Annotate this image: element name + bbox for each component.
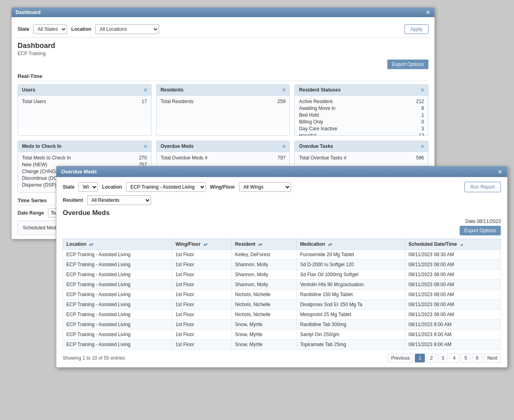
overdue-meds-table: Location ▴▾ Wing/Floor ▴▾ Resident ▴▾ Me… [63,239,501,350]
overdue-meds-header: Overdue Meds ≡ [157,141,290,152]
cell-resident: Nichols, Nichelle [232,300,297,310]
cell-wing: 1st Floor [172,280,232,290]
modal-location-label: Location [102,184,122,190]
resident-statuses-card: Resident Statuses ≡ Active Resident212 A… [295,84,428,136]
col-location[interactable]: Location ▴▾ [63,239,172,250]
cell-medication: Topiramate Tab 25mg [297,340,405,350]
page-1-button[interactable]: 1 [415,354,425,362]
overdue-tasks-header: Overdue Tasks ≡ [295,141,428,152]
page-5-button[interactable]: 5 [461,354,471,362]
meds-check-in-filter-icon[interactable]: ≡ [144,143,147,149]
cell-wing: 1st Floor [172,310,232,320]
residents-card-title: Residents [161,87,183,93]
apply-button[interactable]: Apply [404,24,428,34]
modal-filter-bar-2: Resident All Residents [63,195,501,205]
state-select[interactable]: All States [33,24,67,34]
cell-medication: Divalproex Sod Er 250 Mg Ta [297,300,405,310]
resident-statuses-card-body: Active Resident212 Awaiting Move In8 Bed… [295,96,428,135]
overdue-meds-filter-icon[interactable]: ≡ [282,143,285,149]
page-3-button[interactable]: 3 [438,354,448,362]
cell-resident: Nichols, Nichelle [232,310,297,320]
resident-statuses-card-header: Resident Statuses ≡ [295,85,428,96]
pagination-row: Showing 1 to 10 of 55 entries Previous 1… [63,354,501,362]
cell-medication: Santyl Oin 250/gm [297,330,405,340]
previous-page-button[interactable]: Previous [388,354,414,362]
table-row: ECP Training - Assisted Living1st FloorN… [63,290,501,300]
users-card-body: Total Users 17 [18,96,151,127]
total-users-row: Total Users 17 [22,99,147,104]
cell-resident: Kelley, DeForest [232,250,297,260]
modal-wing-select[interactable]: All Wings [239,182,291,192]
medication-sort-icon: ▴▾ [328,242,332,247]
modal-title: Overdue Meds [61,169,97,175]
modal-export-button[interactable]: Export Options [460,226,501,235]
cell-location: ECP Training - Assisted Living [63,300,172,310]
date-range-label: Date Range [18,210,44,216]
overdue-tasks-filter-icon[interactable]: ≡ [421,143,424,149]
modal-close-button[interactable]: ✕ [498,169,502,175]
modal-location-select[interactable]: ECP Training - Assisted Living [126,182,206,192]
residents-filter-icon[interactable]: ≡ [282,87,285,93]
resident-statuses-filter-icon[interactable]: ≡ [421,87,424,93]
modal-resident-select[interactable]: All Residents [87,195,151,205]
page-4-button[interactable]: 4 [449,354,459,362]
cell-resident: Snow, Myrtle [232,340,297,350]
cell-wing: 1st Floor [172,290,232,300]
cell-datetime: 08/11/2023 08:00 AM [405,310,500,320]
dashboard-titlebar: Dashboard ✕ [12,8,434,17]
location-select[interactable]: All Locations [95,24,159,34]
table-row: ECP Training - Assisted Living1st FloorN… [63,300,501,310]
modal-state-select[interactable]: WI [78,182,98,192]
cell-resident: Nichols, Nichelle [232,290,297,300]
pagination-info: Showing 1 to 10 of 55 entries [63,355,125,361]
modal-state-label: State [63,184,74,190]
page-title: Dashboard [18,42,428,50]
cell-wing: 1st Floor [172,260,232,270]
cell-wing: 1st Floor [172,320,232,330]
page-subtitle: ECP Training [18,51,428,56]
export-options-button[interactable]: Export Options [387,60,428,69]
datetime-sort-icon: ▲ [460,242,464,247]
residents-card: Residents ≡ Total Residents 259 [156,84,290,136]
location-label: Location [71,26,91,32]
cell-datetime: 08/11/2023 08:00 AM [405,300,500,310]
cell-datetime: 08/11/2023 08:00 AM [405,270,500,280]
residents-card-header: Residents ≡ [157,85,290,96]
modal-titlebar: Overdue Meds ✕ [56,166,507,177]
cell-datetime: 08/11/2023 8:00 AM [405,340,500,350]
cell-location: ECP Training - Assisted Living [63,280,172,290]
cell-resident: Shannon, Molly [232,270,297,280]
table-header: Location ▴▾ Wing/Floor ▴▾ Resident ▴▾ Me… [63,239,501,250]
users-filter-icon[interactable]: ≡ [144,87,147,93]
cell-wing: 1st Floor [172,330,232,340]
total-residents-value: 259 [277,99,285,104]
page-6-button[interactable]: 6 [472,354,482,362]
dashboard-close-button[interactable]: ✕ [426,10,430,15]
overdue-meds-title: Overdue Meds [161,143,194,149]
col-resident[interactable]: Resident ▴▾ [232,239,297,250]
cell-resident: Snow, Myrtle [232,320,297,330]
modal-filter-bar: State WI Location ECP Training - Assiste… [63,182,501,192]
modal-resident-label: Resident [63,197,83,203]
cell-location: ECP Training - Assisted Living [63,270,172,280]
run-report-button[interactable]: Run Report [464,182,501,192]
cell-datetime: 08/11/2023 8:00 AM [405,330,500,340]
modal-date-label: Date [465,219,477,224]
col-datetime[interactable]: Scheduled Date/Time ▲ [405,239,500,250]
dashboard-filter-bar: State All States Location All Locations … [18,21,428,38]
col-wing[interactable]: Wing/Floor ▴▾ [172,239,232,250]
cell-datetime: 08/11/2023 08:00 AM [405,280,500,290]
table-row: ECP Training - Assisted Living1st FloorN… [63,310,501,320]
cell-location: ECP Training - Assisted Living [63,290,172,300]
cell-medication: Furosemide 20 Mg Tablet [297,250,405,260]
cell-datetime: 08/11/2023 08:00 AM [405,290,500,300]
cell-medication: Sd Flax Oil 1000mg Softgel [297,270,405,280]
next-page-button[interactable]: Next [484,354,501,362]
page-2-button[interactable]: 2 [426,354,436,362]
col-medication[interactable]: Medication ▴▾ [297,239,405,250]
table-row: ECP Training - Assisted Living1st FloorK… [63,250,501,260]
cell-location: ECP Training - Assisted Living [63,320,172,330]
table-body: ECP Training - Assisted Living1st FloorK… [63,250,501,350]
table-row: ECP Training - Assisted Living1st FloorS… [63,330,501,340]
location-sort-icon: ▴▾ [89,242,93,247]
